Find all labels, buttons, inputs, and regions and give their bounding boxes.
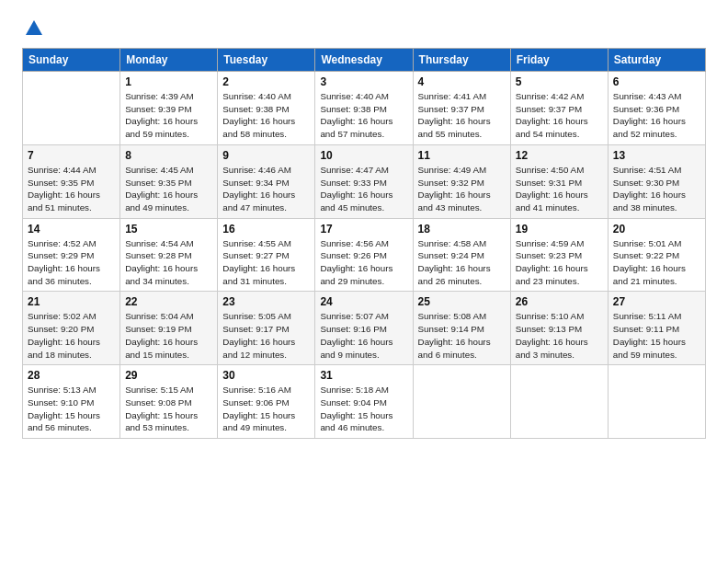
calendar-cell xyxy=(608,365,705,439)
calendar-cell: 13Sunrise: 4:51 AMSunset: 9:30 PMDayligh… xyxy=(608,144,705,218)
day-info: Sunrise: 5:13 AMSunset: 9:10 PMDaylight:… xyxy=(28,384,115,434)
day-info: Sunrise: 4:54 AMSunset: 9:28 PMDaylight:… xyxy=(125,237,212,288)
day-number: 9 xyxy=(222,149,310,162)
calendar-cell: 3Sunrise: 4:40 AMSunset: 9:38 PMDaylight… xyxy=(315,72,413,145)
week-row-3: 14Sunrise: 4:52 AMSunset: 9:29 PMDayligh… xyxy=(23,218,706,292)
day-number: 31 xyxy=(320,369,407,382)
day-info: Sunrise: 5:16 AMSunset: 9:06 PMDaylight:… xyxy=(222,384,310,434)
day-number: 26 xyxy=(516,295,603,308)
column-header-monday: Monday xyxy=(120,49,218,72)
day-number: 16 xyxy=(222,223,310,236)
day-number: 5 xyxy=(516,75,603,88)
day-number: 20 xyxy=(613,223,700,236)
calendar-cell: 31Sunrise: 5:18 AMSunset: 9:04 PMDayligh… xyxy=(315,365,413,439)
day-info: Sunrise: 4:56 AMSunset: 9:26 PMDaylight:… xyxy=(320,237,407,288)
calendar-body: 1Sunrise: 4:39 AMSunset: 9:39 PMDaylight… xyxy=(23,72,706,439)
day-info: Sunrise: 5:05 AMSunset: 9:17 PMDaylight:… xyxy=(222,310,310,361)
day-number: 2 xyxy=(222,75,310,88)
column-header-tuesday: Tuesday xyxy=(218,49,315,72)
day-info: Sunrise: 5:01 AMSunset: 9:22 PMDaylight:… xyxy=(613,237,700,288)
calendar-cell: 8Sunrise: 4:45 AMSunset: 9:35 PMDaylight… xyxy=(120,144,218,218)
calendar-cell: 23Sunrise: 5:05 AMSunset: 9:17 PMDayligh… xyxy=(218,292,315,365)
calendar-cell: 27Sunrise: 5:11 AMSunset: 9:11 PMDayligh… xyxy=(608,292,705,365)
day-info: Sunrise: 5:02 AMSunset: 9:20 PMDaylight:… xyxy=(28,310,115,361)
week-row-4: 21Sunrise: 5:02 AMSunset: 9:20 PMDayligh… xyxy=(23,292,706,365)
day-number: 23 xyxy=(222,295,310,308)
calendar-cell: 2Sunrise: 4:40 AMSunset: 9:38 PMDaylight… xyxy=(218,72,315,145)
day-info: Sunrise: 4:51 AMSunset: 9:30 PMDaylight:… xyxy=(613,164,700,214)
day-number: 7 xyxy=(28,149,115,162)
calendar-cell: 20Sunrise: 5:01 AMSunset: 9:22 PMDayligh… xyxy=(608,218,705,292)
calendar-cell: 11Sunrise: 4:49 AMSunset: 9:32 PMDayligh… xyxy=(413,144,510,218)
calendar-header-row: SundayMondayTuesdayWednesdayThursdayFrid… xyxy=(23,49,706,72)
calendar-cell: 10Sunrise: 4:47 AMSunset: 9:33 PMDayligh… xyxy=(315,144,413,218)
column-header-wednesday: Wednesday xyxy=(315,49,413,72)
header xyxy=(22,18,706,40)
day-number: 8 xyxy=(125,149,212,162)
day-info: Sunrise: 4:59 AMSunset: 9:23 PMDaylight:… xyxy=(516,237,603,288)
calendar-cell xyxy=(510,365,608,439)
day-info: Sunrise: 4:43 AMSunset: 9:36 PMDaylight:… xyxy=(613,90,700,141)
calendar-cell: 16Sunrise: 4:55 AMSunset: 9:27 PMDayligh… xyxy=(218,218,315,292)
calendar-cell: 17Sunrise: 4:56 AMSunset: 9:26 PMDayligh… xyxy=(315,218,413,292)
logo xyxy=(22,18,44,40)
week-row-5: 28Sunrise: 5:13 AMSunset: 9:10 PMDayligh… xyxy=(23,365,706,439)
calendar-cell: 12Sunrise: 4:50 AMSunset: 9:31 PMDayligh… xyxy=(510,144,608,218)
day-number: 12 xyxy=(516,149,603,162)
column-header-sunday: Sunday xyxy=(23,49,120,72)
day-info: Sunrise: 5:10 AMSunset: 9:13 PMDaylight:… xyxy=(516,310,603,361)
calendar-table: SundayMondayTuesdayWednesdayThursdayFrid… xyxy=(22,48,706,439)
day-info: Sunrise: 4:44 AMSunset: 9:35 PMDaylight:… xyxy=(28,164,115,214)
calendar-cell: 19Sunrise: 4:59 AMSunset: 9:23 PMDayligh… xyxy=(510,218,608,292)
day-info: Sunrise: 4:39 AMSunset: 9:39 PMDaylight:… xyxy=(125,90,212,141)
day-info: Sunrise: 4:52 AMSunset: 9:29 PMDaylight:… xyxy=(28,237,115,288)
day-info: Sunrise: 4:40 AMSunset: 9:38 PMDaylight:… xyxy=(222,90,310,141)
day-number: 24 xyxy=(320,295,407,308)
day-info: Sunrise: 5:04 AMSunset: 9:19 PMDaylight:… xyxy=(125,310,212,361)
day-info: Sunrise: 4:42 AMSunset: 9:37 PMDaylight:… xyxy=(516,90,603,141)
calendar-cell: 26Sunrise: 5:10 AMSunset: 9:13 PMDayligh… xyxy=(510,292,608,365)
logo-icon xyxy=(24,18,44,39)
day-number: 13 xyxy=(613,149,700,162)
day-number: 11 xyxy=(418,149,506,162)
column-header-friday: Friday xyxy=(510,49,608,72)
day-number: 6 xyxy=(613,75,700,88)
calendar-cell: 24Sunrise: 5:07 AMSunset: 9:16 PMDayligh… xyxy=(315,292,413,365)
day-number: 25 xyxy=(418,295,506,308)
week-row-2: 7Sunrise: 4:44 AMSunset: 9:35 PMDaylight… xyxy=(23,144,706,218)
calendar-cell: 22Sunrise: 5:04 AMSunset: 9:19 PMDayligh… xyxy=(120,292,218,365)
day-number: 18 xyxy=(418,223,506,236)
day-number: 15 xyxy=(125,223,212,236)
calendar-cell: 29Sunrise: 5:15 AMSunset: 9:08 PMDayligh… xyxy=(120,365,218,439)
day-number: 28 xyxy=(28,369,115,382)
column-header-saturday: Saturday xyxy=(608,49,705,72)
day-info: Sunrise: 4:55 AMSunset: 9:27 PMDaylight:… xyxy=(222,237,310,288)
day-info: Sunrise: 4:47 AMSunset: 9:33 PMDaylight:… xyxy=(320,164,407,214)
calendar-cell: 14Sunrise: 4:52 AMSunset: 9:29 PMDayligh… xyxy=(23,218,120,292)
day-number: 17 xyxy=(320,223,407,236)
calendar-cell: 30Sunrise: 5:16 AMSunset: 9:06 PMDayligh… xyxy=(218,365,315,439)
calendar-cell: 15Sunrise: 4:54 AMSunset: 9:28 PMDayligh… xyxy=(120,218,218,292)
day-number: 22 xyxy=(125,295,212,308)
calendar-cell: 18Sunrise: 4:58 AMSunset: 9:24 PMDayligh… xyxy=(413,218,510,292)
calendar-cell: 5Sunrise: 4:42 AMSunset: 9:37 PMDaylight… xyxy=(510,72,608,145)
day-info: Sunrise: 4:49 AMSunset: 9:32 PMDaylight:… xyxy=(418,164,506,214)
day-number: 1 xyxy=(125,75,212,88)
day-number: 30 xyxy=(222,369,310,382)
calendar-cell: 4Sunrise: 4:41 AMSunset: 9:37 PMDaylight… xyxy=(413,72,510,145)
day-info: Sunrise: 5:08 AMSunset: 9:14 PMDaylight:… xyxy=(418,310,506,361)
day-number: 10 xyxy=(320,149,407,162)
day-number: 19 xyxy=(516,223,603,236)
day-number: 27 xyxy=(613,295,700,308)
calendar-cell: 1Sunrise: 4:39 AMSunset: 9:39 PMDaylight… xyxy=(120,72,218,145)
day-info: Sunrise: 4:41 AMSunset: 9:37 PMDaylight:… xyxy=(418,90,506,141)
calendar-cell: 6Sunrise: 4:43 AMSunset: 9:36 PMDaylight… xyxy=(608,72,705,145)
week-row-1: 1Sunrise: 4:39 AMSunset: 9:39 PMDaylight… xyxy=(23,72,706,145)
calendar-cell: 9Sunrise: 4:46 AMSunset: 9:34 PMDaylight… xyxy=(218,144,315,218)
svg-marker-0 xyxy=(26,20,42,35)
day-info: Sunrise: 5:07 AMSunset: 9:16 PMDaylight:… xyxy=(320,310,407,361)
day-info: Sunrise: 5:15 AMSunset: 9:08 PMDaylight:… xyxy=(125,384,212,434)
day-number: 14 xyxy=(28,223,115,236)
calendar-cell xyxy=(413,365,510,439)
day-info: Sunrise: 5:11 AMSunset: 9:11 PMDaylight:… xyxy=(613,310,700,361)
